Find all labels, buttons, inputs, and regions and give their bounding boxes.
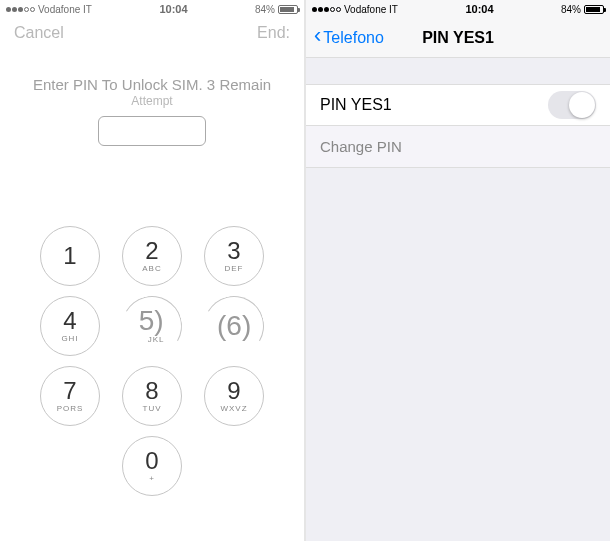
clock: 10:04 (159, 3, 187, 15)
key-8[interactable]: 8TUV (122, 366, 182, 426)
key-3[interactable]: 3DEF (204, 226, 264, 286)
carrier-label: Vodafone IT (344, 4, 398, 15)
key-5[interactable]: 5)JKL (115, 289, 188, 362)
status-bar: Vodafone IT 10:04 84% (306, 0, 610, 18)
chevron-left-icon: › (314, 32, 321, 43)
pin-prompt-sub: Attempt (0, 94, 304, 108)
signal-dots-icon (6, 7, 35, 12)
key-4[interactable]: 4GHI (40, 296, 100, 356)
status-bar: Vodafone IT 10:04 84% (0, 0, 304, 18)
key-2[interactable]: 2ABC (122, 226, 182, 286)
pin-prompt-title: Enter PIN To Unlock SIM. 3 Remain (0, 76, 304, 93)
cancel-button[interactable]: Cancel (14, 24, 64, 42)
phone-settings: Vodafone IT 10:04 84% › Telefono PIN YES… (306, 0, 610, 541)
back-button[interactable]: › Telefono (314, 29, 384, 47)
back-label: Telefono (323, 29, 384, 47)
battery-icon (584, 5, 604, 14)
change-pin-label: Change PIN (320, 138, 402, 155)
battery-percent: 84% (561, 4, 581, 15)
keypad: 1 2ABC 3DEF 4GHI 5)JKL (6) 7Pors 8TUV 9W… (0, 226, 304, 496)
key-0[interactable]: 0+ (122, 436, 182, 496)
key-7[interactable]: 7Pors (40, 366, 100, 426)
battery-icon (278, 5, 298, 14)
key-1[interactable]: 1 (40, 226, 100, 286)
key-6[interactable]: (6) (197, 289, 270, 362)
phone-pin-unlock: Vodafone IT 10:04 84% Cancel End: Enter … (0, 0, 306, 541)
end-button[interactable]: End: (257, 24, 290, 42)
nav-bar: › Telefono PIN YES1 (306, 18, 610, 58)
pin-toggle-row[interactable]: PIN YES1 (306, 84, 610, 126)
pin-input[interactable] (98, 116, 206, 146)
battery-percent: 84% (255, 4, 275, 15)
clock: 10:04 (465, 3, 493, 15)
pin-toggle-switch[interactable] (548, 91, 596, 119)
key-9[interactable]: 9Wxvz (204, 366, 264, 426)
pin-toggle-label: PIN YES1 (320, 96, 392, 114)
carrier-label: Vodafone IT (38, 4, 92, 15)
change-pin-row[interactable]: Change PIN (306, 126, 610, 168)
signal-dots-icon (312, 7, 341, 12)
